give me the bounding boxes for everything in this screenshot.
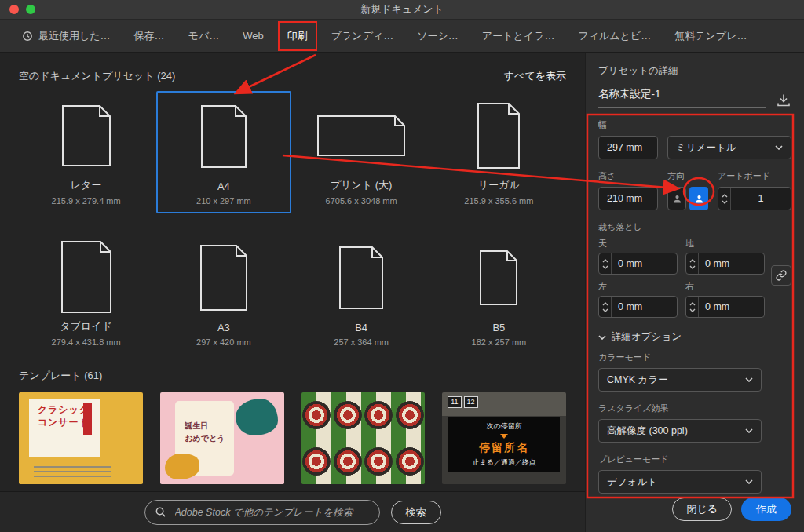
color-mode-select[interactable]: CMYK カラー [598,368,762,392]
tab-saved[interactable]: 保存… [134,29,165,43]
chevron-down-icon [689,308,696,312]
chevron-up-icon [602,302,608,306]
preview-mode-select[interactable]: デフォルト [598,470,762,494]
height-label: 高さ [598,170,667,182]
document-icon [296,234,427,322]
chevron-down-icon [745,377,753,382]
chevron-down-icon [745,479,753,484]
preset-name: レター [71,178,102,192]
height-input[interactable]: 210 mm [598,187,658,210]
width-label: 幅 [598,119,791,131]
preset-tabloid[interactable]: タブロイド 279.4 x 431.8 mm [19,232,153,355]
preset-b5[interactable]: B5 182 x 257 mm [432,232,566,355]
preset-legal[interactable]: リーガル 215.9 x 355.6 mm [432,91,566,213]
template-search-bar: 検索 [0,491,585,532]
advanced-options-toggle[interactable]: 詳細オプション [598,330,791,344]
raster-select[interactable]: 高解像度 (300 ppi) [598,419,762,443]
color-mode-label: カラーモード [598,352,791,363]
preview-mode-label: プレビューモード [598,454,791,465]
tab-art-illustration[interactable]: アートとイラ… [482,29,555,43]
view-all-link[interactable]: すべてを表示 [504,69,566,83]
chevron-up-icon [602,259,608,263]
bleed-left-label: 左 [598,281,678,293]
orientation-group [667,187,708,210]
preset-letter[interactable]: レター 215.9 x 279.4 mm [19,91,153,213]
document-icon [433,93,565,178]
preset-name: A4 [217,180,230,192]
tab-web[interactable]: Web [243,30,264,42]
orientation-landscape-button[interactable] [689,187,708,210]
preset-a3[interactable]: A3 297 x 420 mm [156,232,291,355]
orientation-portrait-button[interactable] [667,187,686,210]
close-window-button[interactable] [9,5,19,14]
tab-branding[interactable]: ブランディ… [331,29,394,43]
width-input[interactable]: 297 mm [598,136,658,159]
bleed-top-label: 天 [598,238,678,250]
save-preset-icon[interactable] [776,93,791,108]
unit-select[interactable]: ミリメートル [667,136,791,159]
panel-title: プリセットの詳細 [598,64,791,78]
preset-dims: 257 x 364 mm [334,337,389,347]
template-concert-poster[interactable]: クラシック コンサート [19,392,143,484]
tab-film-video[interactable]: フィルムとビ… [578,29,651,43]
preset-grid: レター 215.9 x 279.4 mm A4 210 x 297 mm プリン… [19,91,566,355]
preset-name: リーガル [478,178,520,192]
document-icon [433,234,565,322]
new-document-dialog: 新規ドキュメント 最近使用した… 保存… モバ… Web 印刷 ブランディ… ソ… [0,0,804,532]
raster-label: ラスタライズ効果 [598,403,791,414]
link-bleed-values-button[interactable] [771,265,791,286]
tab-free-templates[interactable]: 無料テンプレ… [674,29,747,43]
template-row: クラシック コンサート 誕生日 おめでとう [19,392,566,484]
template-birthday-card[interactable]: 誕生日 おめでとう [160,392,284,484]
preset-dims: 210 x 297 mm [196,196,251,206]
document-icon [158,234,289,322]
preset-a4[interactable]: A4 210 x 297 mm [156,91,291,213]
tab-print[interactable]: 印刷 [287,29,308,43]
preset-b4[interactable]: B4 257 x 364 mm [294,232,429,355]
chevron-down-icon [602,308,608,312]
titlebar: 新規ドキュメント [0,0,804,20]
window-title: 新規ドキュメント [360,2,444,16]
portrait-person-icon [672,194,682,204]
chevron-down-icon [689,265,696,269]
preset-dims: 6705.6 x 3048 mm [326,196,397,206]
artboard-count[interactable]: 1 [731,188,791,210]
stepper-arrows[interactable] [718,188,731,210]
bleed-right-label: 右 [685,281,765,293]
artboard-stepper[interactable]: 1 [718,187,791,210]
link-icon [776,270,787,281]
tab-mobile[interactable]: モバ… [188,29,220,43]
preset-dims: 215.9 x 279.4 mm [52,196,121,206]
chevron-down-icon [745,428,753,433]
search-button[interactable]: 検索 [391,501,441,524]
preset-name: B5 [492,322,505,333]
close-button[interactable]: 閉じる [672,497,732,521]
document-name-field[interactable]: 名称未設定-1 [598,87,766,108]
chevron-down-icon [722,200,728,204]
bleed-right-stepper[interactable]: 0 mm [685,296,765,318]
preset-content-area: 空のドキュメントプリセット (24) すべてを表示 レター 215.9 x 27… [0,53,585,532]
bleed-bottom-stepper[interactable]: 0 mm [685,253,765,275]
bleed-label: 裁ち落とし [598,221,791,233]
search-icon [155,506,166,518]
preset-dims: 297 x 420 mm [196,337,251,347]
search-input[interactable] [174,506,370,519]
document-icon [158,93,289,180]
bleed-left-stepper[interactable]: 0 mm [598,296,678,318]
tab-social[interactable]: ソーシ… [417,29,459,43]
tab-recent[interactable]: 最近使用した… [22,29,111,43]
bleed-top-stepper[interactable]: 0 mm [598,253,678,275]
search-field[interactable] [144,500,380,525]
chevron-down-icon [775,145,783,150]
blank-presets-title: 空のドキュメントプリセット (24) [19,69,175,83]
chevron-up-icon [689,259,696,263]
preset-name: A3 [217,322,230,333]
template-bus-display[interactable]: 11 12 00:00 次の停留所 停留所名 止まる／通過／終点 [442,392,566,484]
chevron-up-icon [689,302,696,306]
zoom-window-button[interactable] [26,5,35,14]
preset-print-large[interactable]: プリント (大) 6705.6 x 3048 mm [294,91,429,213]
template-pattern[interactable] [302,392,426,484]
create-button[interactable]: 作成 [741,497,791,521]
chevron-down-icon [598,335,606,340]
document-icon [296,93,427,178]
